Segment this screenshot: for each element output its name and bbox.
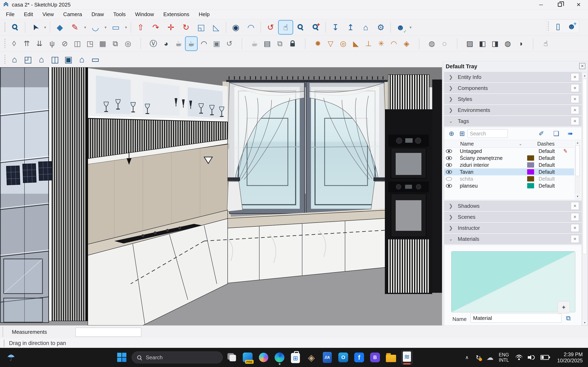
pan-icon[interactable]: ☝ — [278, 20, 293, 35]
language-indicator[interactable]: ENG INTL — [499, 352, 509, 363]
menu-item[interactable]: Extensions — [159, 10, 194, 19]
file-explorer-button[interactable] — [385, 350, 397, 365]
scroll-down-icon[interactable]: ▼ — [582, 320, 587, 325]
sketchup-taskbar-button[interactable] — [401, 350, 413, 365]
vray-sun-icon[interactable]: ✹ — [311, 36, 324, 51]
vray-render-icon[interactable]: ☕ — [172, 36, 185, 51]
tray-section-header[interactable]: ❯ Styles ✕ — [444, 94, 582, 104]
vray-lock-camera-icon[interactable] — [286, 36, 299, 51]
toolbar-icon[interactable] — [323, 20, 328, 35]
visibility-eye-icon[interactable] — [444, 156, 454, 160]
menu-item[interactable]: Edit — [19, 10, 38, 19]
start-button[interactable] — [117, 353, 127, 362]
line-dropdown-icon[interactable]: ▾ — [82, 20, 88, 35]
menu-item[interactable]: Window — [130, 10, 158, 19]
vegetation-icon[interactable]: ψ — [46, 36, 58, 51]
vray-rect-light-icon[interactable]: ▽ — [324, 36, 337, 51]
toolbar-drag-handle[interactable] — [4, 22, 6, 33]
tray-section-header-materials[interactable]: ⌄ Materials ✕ — [444, 234, 582, 244]
vray-spot-light-icon[interactable]: ◣ — [350, 36, 362, 51]
slash-app-button[interactable]: //A — [321, 350, 334, 365]
vray-asset-editor-icon[interactable]: ◕ — [160, 36, 172, 51]
sync-status-icon[interactable]: ↻ — [476, 354, 481, 361]
outlook-button[interactable]: O — [337, 350, 350, 365]
split-window-icon[interactable]: ◫ — [71, 36, 84, 51]
tray-scrollbar[interactable]: ▲ ▼ — [582, 73, 587, 325]
measurements-input[interactable] — [76, 328, 141, 337]
top-view-icon[interactable]: ◰ — [21, 52, 35, 67]
left-view-icon[interactable]: ⌂ — [75, 52, 89, 67]
zoom-icon[interactable] — [293, 20, 308, 35]
box-export-icon[interactable]: ⇈ — [20, 36, 33, 51]
toolbar-icon[interactable] — [224, 20, 228, 35]
walk-icon[interactable]: ◠ — [243, 20, 259, 35]
push-pull-icon[interactable]: ⇧ — [133, 20, 148, 35]
tag-tool-icon[interactable]: ❏ — [553, 130, 559, 137]
scroll-up-icon[interactable]: ▲ — [575, 140, 580, 145]
uv-cube-icon[interactable]: ◨ — [489, 36, 502, 51]
matte-sphere-icon[interactable]: ◑ — [514, 36, 527, 51]
menu-item[interactable]: Draw — [87, 10, 109, 19]
scale-icon[interactable]: ◱ — [194, 20, 209, 35]
tray-section-header[interactable]: ❯ Entity Info ✕ — [444, 72, 582, 82]
tray-section-header[interactable]: ❯ Scenes ✕ — [444, 212, 582, 222]
section-close-button[interactable]: ✕ — [571, 84, 579, 92]
add-tag-icon[interactable]: ⊕ — [449, 130, 454, 137]
vray-logo-icon[interactable]: Ⓥ — [147, 36, 160, 51]
vray-omni-light-icon[interactable]: ✳ — [375, 36, 388, 51]
tag-color-swatch[interactable] — [527, 149, 534, 154]
box-import-icon[interactable]: ⇊ — [33, 36, 46, 51]
tag-color-swatch[interactable] — [527, 162, 534, 167]
toolbar-icon[interactable] — [23, 20, 27, 35]
tray-section-header[interactable]: ❯ Components ✕ — [444, 83, 582, 93]
taskbar-search[interactable]: Search — [132, 351, 223, 363]
tray-section-header[interactable]: ❯ Instructor ✕ — [444, 223, 582, 233]
zoom-window-icon[interactable] — [8, 20, 23, 35]
tray-chevron-icon[interactable]: ∧ — [465, 355, 469, 360]
volume-icon[interactable] — [528, 354, 536, 360]
vray-cosmos-icon[interactable]: ☕ — [248, 36, 261, 51]
3d-warehouse-icon[interactable]: ↧ — [328, 20, 343, 35]
tag-row[interactable]: Untagged Default ✎ — [444, 148, 574, 155]
toolbar-drag-handle[interactable] — [4, 54, 6, 65]
restore-button[interactable] — [550, 0, 569, 9]
toolbar-icon[interactable] — [236, 36, 248, 51]
rectangle-icon[interactable]: ▭ — [108, 20, 123, 35]
new-model-icon[interactable]: ▯ — [551, 20, 565, 33]
microsoft-store-button[interactable] — [289, 350, 302, 365]
toolbar-icon[interactable] — [388, 20, 393, 35]
vray-dome-light-icon[interactable]: ◠ — [388, 36, 400, 51]
wifi-icon[interactable] — [515, 354, 523, 360]
slash-oval-icon[interactable]: ⊘ — [58, 36, 71, 51]
select-icon[interactable]: ➤ — [27, 20, 43, 35]
toolbar-icon[interactable] — [129, 20, 133, 35]
menu-item[interactable]: File — [1, 10, 19, 19]
menu-item[interactable]: Tools — [109, 10, 130, 19]
account-icon[interactable]: ☻ — [393, 20, 408, 35]
copilot-button[interactable] — [257, 350, 270, 365]
section-close-button[interactable]: ✕ — [571, 73, 579, 81]
right-view-icon[interactable]: ◫ — [48, 52, 62, 67]
vray-ies-light-icon[interactable]: ⊥ — [362, 36, 375, 51]
scroll-up-icon[interactable]: ▲ — [582, 73, 587, 78]
toolbar-drag-handle[interactable] — [548, 21, 550, 32]
tray-close-button[interactable]: ✕ — [579, 63, 585, 69]
shape-dropdown-icon[interactable]: ▾ — [123, 20, 129, 35]
minimize-button[interactable]: ─ — [532, 0, 550, 9]
tray-section-header[interactable]: ❯ Shadows ✕ — [444, 201, 582, 211]
extension-warehouse-icon[interactable]: ⌂ — [358, 20, 373, 35]
tape-measure-icon[interactable]: ◺ — [209, 20, 224, 35]
toolbar-icon[interactable] — [413, 36, 425, 51]
orbit-icon[interactable]: ↺ — [263, 20, 278, 35]
visibility-eye-icon[interactable] — [444, 177, 454, 181]
arc-dropdown-icon[interactable]: ▾ — [103, 20, 108, 35]
section-close-button[interactable]: ✕ — [571, 106, 579, 114]
tag-row[interactable]: ziduri interior Default ✎ — [444, 161, 574, 168]
onedrive-icon[interactable]: ☁ — [486, 353, 493, 361]
visibility-eye-icon[interactable] — [444, 170, 454, 174]
menu-item[interactable]: Camera — [59, 10, 87, 19]
toolbar-icon[interactable] — [134, 36, 147, 51]
iso-view-icon[interactable]: ⌂ — [8, 52, 21, 67]
checker-plane-icon[interactable]: ▨ — [463, 36, 476, 51]
material-preview[interactable]: ✦ — [451, 251, 575, 312]
